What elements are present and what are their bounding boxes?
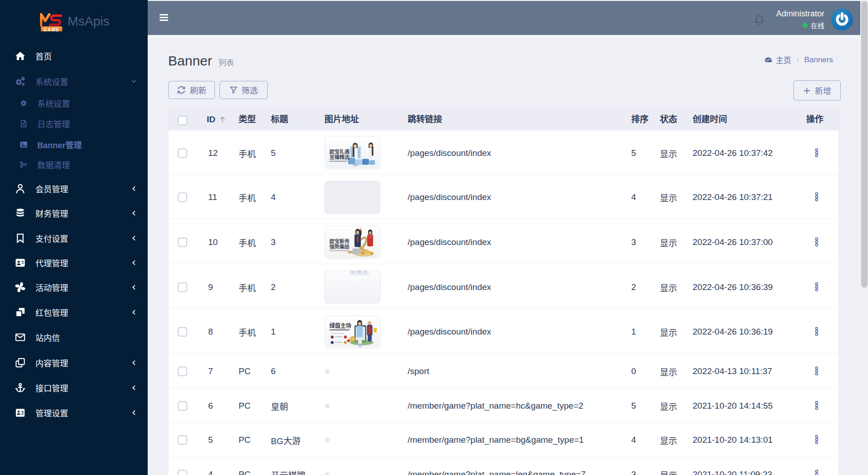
svg-text:强势集结: 强势集结 bbox=[329, 242, 349, 250]
svg-text:绿茵主场: 绿茵主场 bbox=[329, 321, 351, 329]
svg-text:VIP: VIP bbox=[353, 164, 358, 167]
svg-text:GAME: GAME bbox=[44, 27, 60, 32]
svg-text:至臻精选: 至臻精选 bbox=[329, 153, 349, 160]
